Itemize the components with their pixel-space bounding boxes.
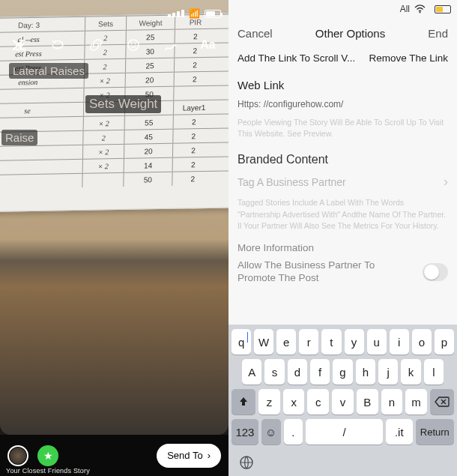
sheet-cell (82, 173, 123, 187)
end-button[interactable]: End (428, 27, 448, 40)
sheet-cell: 20 (124, 144, 172, 158)
key-m[interactable]: m (405, 389, 427, 415)
globe-icon[interactable] (236, 452, 257, 473)
web-link-helper: People Viewing The Story Will Be Able To… (237, 114, 448, 147)
battery-icon (205, 10, 221, 18)
your-story-button[interactable] (7, 445, 28, 466)
key-y[interactable]: y (345, 329, 364, 355)
sheet-cell: × 2 (83, 116, 124, 130)
close-friends-button[interactable]: ★ (37, 445, 58, 466)
send-to-button[interactable]: Send To › (157, 444, 221, 468)
key-z[interactable]: z (258, 389, 280, 415)
key-r[interactable]: r (299, 329, 318, 355)
key-f[interactable]: f (310, 359, 330, 385)
cancel-button[interactable]: Cancel (237, 27, 273, 40)
sheet-cell: 2 (172, 143, 214, 157)
tag-partner-helper: Tagged Stories Include A Label With The … (237, 194, 448, 239)
dotcom-key[interactable]: .it (386, 419, 413, 445)
overlay-sets-weight[interactable]: Sets Weight (85, 95, 161, 113)
sheet-cell: 2 (172, 157, 214, 172)
link-icon[interactable] (87, 36, 105, 54)
key-e[interactable]: e (276, 329, 296, 355)
wifi-icon: 📶 (189, 8, 200, 19)
key-x[interactable]: x (283, 389, 305, 415)
overlay-lateral-raises[interactable]: Lateral Raises (9, 63, 88, 79)
story-toolbar: Aa (0, 33, 228, 57)
backspace-key[interactable] (430, 389, 454, 415)
sheet-cell: 2 (173, 115, 214, 129)
instagram-story-editor: 📶 Day: 3 Sets Weight PIR al --ess2252est… (0, 0, 228, 476)
ios-keyboard: qWertyuiop Asdfghjkl zxcvBnm 123 ☺ . / .… (228, 325, 457, 476)
carrier-label: All (400, 4, 410, 14)
tag-business-partner-row[interactable]: Tag A Business Partner › (237, 169, 448, 194)
key-t[interactable]: t (321, 329, 341, 355)
numbers-key[interactable]: 123 (231, 419, 258, 445)
sheet-cell (0, 160, 82, 175)
options-content: Add The Link To Scroll V... Remove The L… (228, 48, 457, 325)
boomerang-icon[interactable] (49, 36, 67, 54)
sheet-cell (0, 174, 82, 190)
sticker-icon[interactable] (124, 36, 142, 54)
emoji-key[interactable]: ☺ (261, 419, 281, 445)
svg-point-2 (134, 43, 136, 45)
web-link-input[interactable] (237, 94, 448, 114)
key-w[interactable]: W (254, 329, 273, 355)
add-link-button[interactable]: Add The Link To Scroll V... (237, 52, 355, 64)
sheet-cell: 2 (174, 58, 215, 72)
allow-promote-label: Allow The Business Partner To Promote Th… (237, 259, 415, 285)
sheet-cell: 55 (124, 115, 173, 130)
signal-icon (168, 10, 184, 17)
key-d[interactable]: d (288, 359, 307, 385)
key-l[interactable]: l (424, 359, 444, 385)
sheet-cell (0, 88, 84, 104)
remove-link-button[interactable]: Remove The Link (369, 52, 448, 64)
key-b[interactable]: B (357, 389, 378, 415)
dot-key[interactable]: . (284, 419, 303, 445)
key-o[interactable]: o (412, 329, 432, 355)
sheet-cell (173, 86, 214, 100)
key-p[interactable]: p (435, 329, 454, 355)
key-v[interactable]: v (332, 389, 354, 415)
shift-key[interactable] (231, 389, 255, 415)
key-j[interactable]: j (378, 359, 398, 385)
key-q[interactable]: q (231, 329, 251, 355)
key-n[interactable]: n (381, 389, 403, 415)
sheet-cell: se (0, 103, 83, 118)
key-s[interactable]: s (264, 359, 284, 385)
sheet-cell: 50 (123, 172, 172, 187)
sheet-cell: 20 (125, 73, 174, 87)
more-information-link[interactable]: More Information (237, 239, 448, 256)
chevron-right-icon: › (444, 174, 448, 190)
web-link-label: Web Link (237, 76, 448, 94)
sheet-cell: 45 (124, 130, 172, 144)
svg-point-0 (128, 40, 139, 50)
key-i[interactable]: i (390, 329, 409, 355)
sheet-cell: 2 (84, 59, 125, 73)
tag-partner-label: Tag A Business Partner (237, 176, 346, 188)
branded-content-heading: Branded Content (237, 147, 448, 169)
battery-icon (435, 5, 451, 13)
key-h[interactable]: h (356, 359, 375, 385)
sheet-cell: 25 (125, 58, 174, 73)
key-c[interactable]: c (307, 389, 329, 415)
chevron-right-icon: › (208, 450, 211, 461)
close-icon[interactable] (9, 36, 27, 54)
key-a[interactable]: A (242, 359, 261, 385)
key-g[interactable]: g (333, 359, 352, 385)
slash-key[interactable]: / (306, 419, 383, 445)
key-u[interactable]: u (367, 329, 387, 355)
sheet-cell (0, 145, 82, 161)
return-key[interactable]: Return (416, 419, 454, 445)
overlay-raise[interactable]: Raise (1, 130, 37, 145)
text-icon[interactable]: Aa (199, 36, 217, 54)
page-title: Other Options (315, 27, 385, 40)
key-k[interactable]: k (401, 359, 420, 385)
story-bottom-bar: ★ Send To › Your Closest Friends Story (0, 435, 228, 476)
allow-promote-toggle[interactable] (423, 263, 448, 281)
draw-icon[interactable] (162, 36, 180, 54)
sheet-cell: 2 (174, 72, 215, 86)
story-photo[interactable]: Day: 3 Sets Weight PIR al --ess2252est P… (0, 0, 228, 435)
left-status-bar: 📶 (0, 0, 228, 27)
right-status-bar: All (228, 0, 457, 18)
wifi-icon (414, 4, 426, 13)
